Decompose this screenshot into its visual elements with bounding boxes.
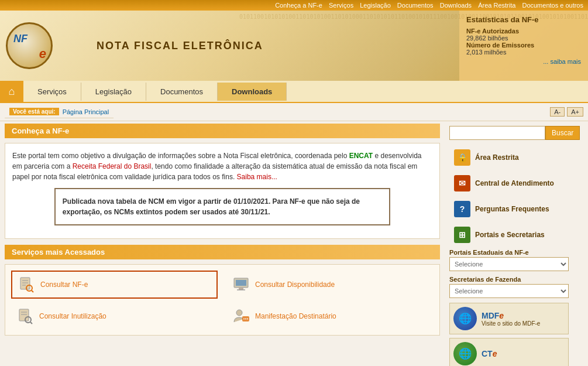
breadcrumb: Você está aqui: Página Principal bbox=[5, 105, 114, 118]
top-navigation: Conheça a NF-e Serviços Legislação Docum… bbox=[0, 0, 588, 11]
breadcrumb-home-link[interactable]: Página Principal bbox=[63, 108, 109, 115]
topnav-link-documentos[interactable]: Documentos bbox=[397, 2, 434, 9]
svg-point-18 bbox=[245, 319, 246, 320]
breadcrumb-label: Você está aqui: bbox=[9, 108, 59, 115]
svg-point-19 bbox=[247, 319, 248, 320]
portais-estaduais-section: Portais Estaduais da NF-e Selecione bbox=[449, 249, 569, 271]
question-icon: ? bbox=[454, 201, 470, 217]
topnav-link-legislacao[interactable]: Legislação bbox=[360, 2, 391, 9]
main-navigation: ⌂ Serviços Legislação Documentos Downloa… bbox=[0, 81, 588, 103]
portais-estaduais-label: Portais Estaduais da NF-e bbox=[449, 249, 569, 256]
main-content: Conheça a NF-e Este portal tem como obje… bbox=[0, 121, 445, 366]
service-inutilizacao-label: Consultar Inutilização bbox=[39, 312, 106, 320]
notice-box: Publicada nova tabela de NCM em vigor a … bbox=[54, 188, 390, 225]
search-doc2-icon bbox=[16, 307, 35, 326]
service-consultar-nfe-label: Consultar NF-e bbox=[40, 281, 88, 289]
conheca-section-header: Conheça a NF-e bbox=[5, 124, 440, 138]
topnav-link-conheca[interactable]: Conheça a NF-e bbox=[275, 2, 322, 9]
grid-icon: ⊞ bbox=[454, 227, 470, 243]
portais-secretarias-label: Portais e Secretarias bbox=[475, 231, 545, 239]
svg-point-17 bbox=[243, 319, 245, 320]
logo-e-text: e bbox=[39, 46, 46, 61]
svg-rect-10 bbox=[19, 309, 29, 321]
encat-link[interactable]: ENCAT bbox=[349, 152, 373, 160]
portais-secretarias-button[interactable]: ⊞ Portais e Secretarias bbox=[449, 223, 569, 247]
svg-point-15 bbox=[236, 310, 242, 316]
tab-downloads[interactable]: Downloads bbox=[218, 83, 287, 101]
topnav-link-servicos[interactable]: Serviços bbox=[329, 2, 353, 9]
topnav-link-downloads[interactable]: Downloads bbox=[440, 2, 472, 9]
site-header: NF e NOTA FISCAL ELETRÔNICA 010110010101… bbox=[0, 11, 588, 81]
svg-rect-9 bbox=[236, 280, 246, 286]
services-grid: Consultar NF-e Consultar Disponibilidade bbox=[11, 271, 434, 329]
tab-legislacao[interactable]: Legislação bbox=[81, 83, 146, 101]
person-chat-icon bbox=[232, 307, 250, 326]
mail-icon: ✉ bbox=[454, 175, 470, 191]
conheca-text-intro: Este portal tem como objetivo a divulgaç… bbox=[12, 152, 349, 160]
home-button[interactable]: ⌂ bbox=[0, 81, 23, 102]
service-disponibilidade-label: Consultar Disponibilidade bbox=[255, 281, 335, 289]
mdfe-logo-area: MDFe Visite o sitio do MDF-e bbox=[482, 311, 540, 327]
cte-logo-area: CTe bbox=[482, 349, 497, 358]
mdfe-logo-text: MDFe bbox=[482, 311, 540, 320]
services-section-header: Serviços mais Acessados bbox=[5, 245, 440, 259]
secretarias-fazenda-select[interactable]: Selecione bbox=[449, 284, 569, 298]
search-box: Buscar bbox=[449, 126, 569, 140]
logo-nf-text: NF bbox=[13, 33, 27, 45]
logo-container: NF e bbox=[0, 22, 94, 69]
header-bg-binary: 0101100101010100110101010011010100011010… bbox=[237, 11, 588, 81]
mdfe-partner-box[interactable]: 🌐 MDFe Visite o sitio do MDF-e bbox=[449, 303, 569, 334]
globe-icon: 🌐 bbox=[453, 307, 477, 330]
mdfe-visit-text: Visite o sitio do MDF-e bbox=[482, 320, 540, 327]
cte-logo-text: CTe bbox=[482, 349, 497, 358]
notice-text: Publicada nova tabela de NCM em vigor a … bbox=[63, 197, 360, 216]
site-title: NOTA FISCAL ELETRÔNICA bbox=[97, 40, 263, 52]
central-atendimento-button[interactable]: ✉ Central de Atendimento bbox=[449, 172, 569, 195]
area-restrita-label: Área Restrita bbox=[475, 153, 519, 162]
tab-servicos[interactable]: Serviços bbox=[23, 83, 81, 101]
conheca-content-box: Este portal tem como objetivo a divulgaç… bbox=[5, 143, 440, 239]
topnav-link-documentos-outros[interactable]: Documentos e outros bbox=[522, 2, 583, 9]
service-consultar-inutilizacao[interactable]: Consultar Inutilização bbox=[11, 303, 218, 329]
perguntas-frequentes-label: Perguntas Frequentes bbox=[475, 205, 549, 213]
content-wrapper: Conheça a NF-e Este portal tem como obje… bbox=[0, 121, 588, 366]
topnav-link-area-restrita[interactable]: Área Restrita bbox=[478, 2, 515, 9]
services-section-title: Serviços mais Acessados bbox=[12, 248, 105, 256]
search-input[interactable] bbox=[449, 126, 545, 140]
service-consultar-nfe[interactable]: Consultar NF-e bbox=[11, 271, 218, 299]
services-section: Consultar NF-e Consultar Disponibilidade bbox=[5, 264, 440, 336]
perguntas-frequentes-button[interactable]: ? Perguntas Frequentes bbox=[449, 197, 569, 221]
receita-link[interactable]: Receita Federal do Brasil bbox=[73, 162, 152, 170]
conheca-saiba-mais-link[interactable]: Saiba mais... bbox=[237, 173, 277, 181]
logo-circle: NF e bbox=[6, 22, 53, 69]
secretarias-fazenda-label: Secretarias de Fazenda bbox=[449, 276, 569, 283]
search-button[interactable]: Buscar bbox=[545, 126, 580, 140]
svg-line-5 bbox=[32, 290, 33, 292]
lock-icon: 🔒 bbox=[454, 149, 470, 166]
monitor-icon bbox=[232, 275, 250, 294]
central-atendimento-label: Central de Atendimento bbox=[475, 179, 554, 187]
conheca-section-title: Conheça a NF-e bbox=[12, 126, 69, 135]
portais-estaduais-select[interactable]: Selecione bbox=[449, 257, 569, 271]
service-manifestacao-label: Manifestação Destinatário bbox=[255, 312, 336, 320]
search-doc-icon bbox=[17, 275, 36, 294]
home-icon: ⌂ bbox=[9, 85, 15, 98]
area-restrita-button[interactable]: 🔒 Área Restrita bbox=[449, 146, 569, 169]
tab-documentos[interactable]: Documentos bbox=[146, 83, 218, 101]
cte-partner-box[interactable]: 🌐 CTe bbox=[449, 338, 569, 366]
right-panel: Buscar 🔒 Área Restrita ✉ Central de Aten… bbox=[445, 121, 573, 366]
svg-line-14 bbox=[30, 322, 32, 324]
svg-rect-0 bbox=[20, 278, 30, 289]
secretarias-fazenda-section: Secretarias de Fazenda Selecione bbox=[449, 276, 569, 298]
font-decrease-button[interactable]: A- bbox=[550, 107, 565, 117]
service-consultar-disponibilidade[interactable]: Consultar Disponibilidade bbox=[227, 271, 434, 299]
conheca-text: Este portal tem como objetivo a divulgaç… bbox=[12, 150, 432, 182]
service-manifestacao-destinatario[interactable]: Manifestação Destinatário bbox=[227, 303, 434, 329]
font-increase-button[interactable]: A+ bbox=[567, 107, 583, 117]
globe-icon-2: 🌐 bbox=[453, 342, 477, 365]
